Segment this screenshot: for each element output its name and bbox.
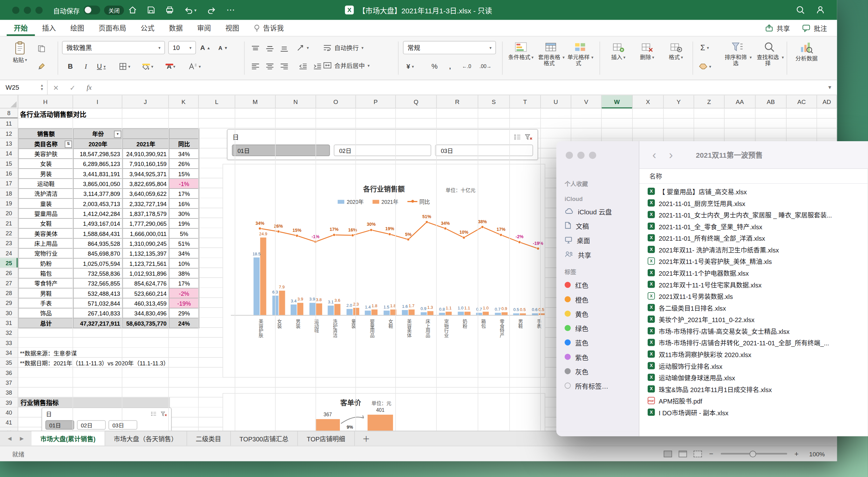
sidebar-item-绿色[interactable]: 绿色 [556, 321, 639, 335]
find-select-button[interactable]: 查找和选择▾ [755, 39, 784, 78]
file-row-5[interactable]: X2021年双11- 洗护清洁剂卫生巾纸香薰.xlsx [640, 244, 868, 255]
slicer2-multiselect-icon[interactable] [151, 412, 157, 417]
row-header-37[interactable]: 37 [0, 378, 18, 387]
row-header-39[interactable]: 39 [0, 397, 18, 407]
sidebar-item-红色[interactable]: 红色 [556, 277, 639, 292]
file-row-9[interactable]: X2021双11-1号男装数据.xls [640, 290, 868, 302]
slicer2-option-02日[interactable]: 02日 [77, 420, 106, 429]
row-header-30[interactable]: 30 [0, 308, 18, 318]
sidebar-item-灰色[interactable]: 灰色 [556, 364, 639, 378]
share-button[interactable]: 共享 [765, 23, 790, 33]
ribbon-tab-插入[interactable]: 插入 [35, 20, 63, 36]
zoom-slider-knob[interactable] [749, 450, 756, 457]
zoom-window-button[interactable] [35, 7, 42, 14]
percent-style-icon[interactable]: % [429, 60, 441, 73]
italic-button[interactable]: I [80, 60, 92, 73]
row-header-13[interactable]: 13 [0, 138, 18, 148]
slicer-clear-filter-icon[interactable] [525, 133, 532, 140]
formula-input[interactable] [97, 80, 823, 94]
row-header-34[interactable]: 34 [0, 348, 18, 357]
row-header-27[interactable]: 27 [0, 278, 18, 288]
file-row-6[interactable]: X2021年双11-1号美容护肤_美体_精油.xls [640, 255, 868, 267]
row-header-12[interactable]: 12 [0, 128, 18, 138]
column-header-J[interactable]: J [122, 95, 169, 109]
increase-decimal-icon[interactable]: ←.0 [461, 60, 473, 73]
forward-icon[interactable]: › [665, 149, 677, 160]
ribbon-tab-审阅[interactable]: 审阅 [190, 20, 218, 36]
row-header-11[interactable]: 11 [0, 119, 18, 128]
comments-button[interactable]: 批注 [802, 23, 827, 33]
row-header-22[interactable]: 22 [0, 228, 18, 238]
align-bottom-icon[interactable] [278, 42, 290, 55]
row-header-18[interactable]: 18 [0, 188, 18, 198]
align-middle-icon[interactable] [264, 42, 276, 55]
column-header-Z[interactable]: Z [694, 95, 724, 109]
sidebar-item-蓝色[interactable]: 蓝色 [556, 335, 639, 349]
column-header-H[interactable]: H [18, 95, 73, 109]
file-row-10[interactable]: X各二级类目1日排名.xlsx [640, 302, 868, 314]
font-size-select[interactable]: 10▾ [168, 41, 196, 54]
ribbon-tab-tell-me[interactable]: 告诉我 [246, 20, 291, 36]
conditional-format-button[interactable]: 条件格式▾ [507, 39, 535, 78]
file-row-13[interactable]: X市场-市场排行-店铺合并转化_2021-11-01_全部_所有终端_... [640, 337, 868, 349]
align-center-icon[interactable] [264, 60, 276, 73]
row-header-20[interactable]: 20 [0, 208, 18, 218]
zoom-slider[interactable] [721, 453, 787, 454]
increase-indent-icon[interactable] [311, 60, 323, 73]
row-header-40[interactable]: 40 [0, 407, 18, 417]
sidebar-item-iCloud 云盘[interactable]: iCloud 云盘 [556, 204, 639, 218]
finder-close-button[interactable] [566, 152, 573, 159]
sidebar-item-紫色[interactable]: 紫色 [556, 350, 639, 364]
finder-minimize-button[interactable] [578, 152, 585, 159]
file-row-16[interactable]: X运动瑜伽健身球迷用品.xlsx [640, 371, 868, 383]
column-header-Y[interactable]: Y [663, 95, 694, 109]
copy-icon[interactable] [35, 42, 48, 55]
slicer-option-03日[interactable]: 03日 [435, 144, 533, 156]
column-header-M[interactable]: M [235, 95, 276, 109]
slicer2-option-01日[interactable]: 01日 [45, 420, 74, 429]
page-break-view-icon[interactable] [693, 450, 702, 457]
number-format-select[interactable]: 常规▾ [403, 41, 496, 54]
minimize-window-button[interactable] [24, 7, 31, 14]
row-header-36[interactable]: 36 [0, 367, 18, 378]
sidebar-item-文稿[interactable]: 文稿 [556, 218, 639, 233]
fill-color-icon[interactable]: ▾ [142, 60, 154, 73]
file-row-0[interactable]: X【 婴童用品】店铺_高交易.xlsx [640, 185, 868, 197]
column-header-AA[interactable]: AA [724, 95, 755, 109]
column-header-O[interactable]: O [316, 95, 356, 109]
filter-dropdown-icon[interactable]: ▾ [114, 130, 121, 138]
format-cells-button[interactable]: 格式▾ [663, 39, 689, 78]
bold-button[interactable]: B [64, 60, 76, 73]
row-header-35[interactable]: 35 [0, 358, 18, 367]
row-header-19[interactable]: 19 [0, 198, 18, 208]
formula-bar-expand-icon[interactable]: ▼ [823, 85, 837, 90]
row-header-14[interactable]: 14 [0, 149, 18, 158]
industry-sales-chart[interactable]: 各行业销售额 单位：十亿元 2020年2021年同比 18.524.934%美容… [223, 164, 545, 378]
row-header-28[interactable]: 28 [0, 288, 18, 298]
row-header-16[interactable]: 16 [0, 168, 18, 178]
decrease-indent-icon[interactable] [297, 60, 309, 73]
file-row-3[interactable]: X2021-11-01_全_零食_坚果_特产.xlsx [640, 220, 868, 232]
phonetic-guide-icon[interactable]: ▾ [188, 60, 201, 73]
wrap-text-button[interactable]: 自动换行▾ [323, 41, 364, 54]
zoom-out-button[interactable]: − [708, 450, 714, 458]
row-header-25[interactable]: 25 [0, 258, 18, 268]
row-header-29[interactable]: 29 [0, 298, 18, 308]
slicer-multiselect-icon[interactable] [514, 133, 521, 140]
sidebar-item-所有标签…[interactable]: 所有标签… [556, 378, 639, 392]
column-header-X[interactable]: X [633, 95, 663, 109]
row-header-17[interactable]: 17 [0, 178, 18, 188]
slicer-option-02日[interactable]: 02日 [334, 144, 431, 156]
underline-button[interactable]: U▾ [95, 60, 107, 73]
cancel-entry-icon[interactable]: ✕ [48, 83, 64, 92]
column-header-L[interactable]: L [199, 95, 235, 109]
sheet-tab-TOP店铺明细[interactable]: TOP店铺明细 [298, 431, 354, 446]
decrease-decimal-icon[interactable]: .00→ [479, 60, 492, 73]
format-as-table-button[interactable]: 套用表格格式▾ [537, 39, 565, 78]
autosum-button[interactable]: Σ▾ [699, 41, 711, 54]
paste-button[interactable]: 粘贴▾ [7, 39, 33, 78]
sheet-tab-TOP300店铺汇总[interactable]: TOP300店铺汇总 [230, 431, 298, 446]
sheet-tab-市场大盘(累计销售)[interactable]: 市场大盘(累计销售) [31, 431, 105, 446]
search-icon[interactable] [796, 5, 805, 14]
file-row-2[interactable]: X2021-11-01_女士内衣_男士内衣_家居服 _ 睡衣_家居服套装... [640, 209, 868, 220]
